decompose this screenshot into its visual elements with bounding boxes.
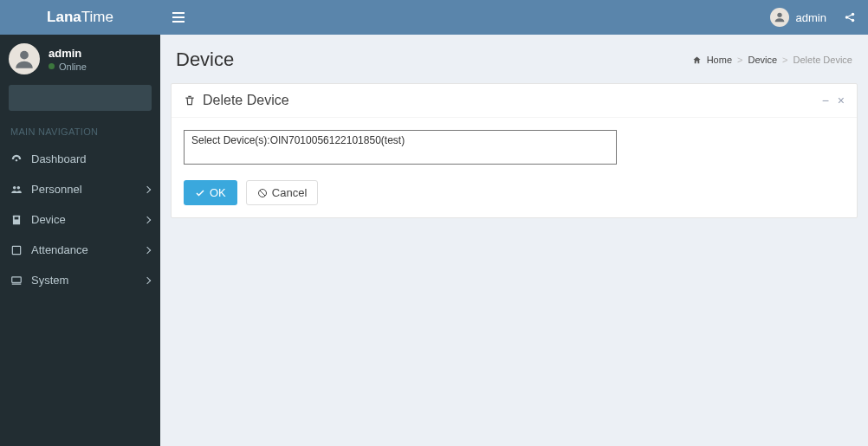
breadcrumb-device[interactable]: Device — [748, 55, 777, 65]
sidebar-username: admin — [49, 47, 87, 60]
sidebar-item-device[interactable]: Device — [0, 204, 160, 235]
users-icon — [10, 184, 23, 196]
close-icon[interactable]: × — [838, 94, 845, 107]
topbar: LanaTime admin — [0, 0, 868, 35]
svg-rect-8 — [13, 215, 20, 224]
breadcrumb: Home > Device > Delete Device — [692, 55, 852, 65]
cancel-button[interactable]: Cancel — [246, 180, 318, 205]
svg-rect-10 — [12, 246, 20, 254]
content-area: Device Home > Device > Delete Device Del… — [160, 35, 868, 446]
svg-point-1 — [845, 16, 849, 19]
sidebar-item-label: System — [31, 274, 68, 287]
chevron-left-icon — [144, 276, 151, 283]
page-title: Device — [176, 48, 234, 71]
svg-rect-11 — [12, 276, 22, 281]
breadcrumb-home[interactable]: Home — [707, 55, 732, 65]
avatar-icon — [770, 8, 789, 27]
brand-part1: Lana — [47, 9, 81, 26]
dashboard-icon — [10, 153, 23, 165]
svg-rect-9 — [15, 217, 19, 219]
svg-point-5 — [16, 159, 17, 161]
settings-share-icon[interactable] — [844, 11, 856, 23]
sidebar: admin Online MAIN NAVIGATION Dashboard — [0, 35, 160, 446]
chevron-left-icon — [144, 246, 151, 253]
brand-logo[interactable]: LanaTime — [0, 0, 160, 35]
breadcrumb-sep: > — [782, 55, 787, 65]
sidebar-item-label: Device — [31, 213, 66, 226]
svg-point-0 — [777, 13, 781, 17]
panel-title: Delete Device — [203, 93, 289, 108]
svg-point-2 — [852, 13, 855, 16]
ok-label: OK — [210, 186, 226, 199]
trash-icon — [184, 94, 196, 107]
status-dot-icon — [49, 63, 55, 69]
breadcrumb-leaf: Delete Device — [794, 55, 852, 65]
avatar-icon — [9, 43, 40, 74]
nav-header: MAIN NAVIGATION — [0, 118, 160, 144]
device-icon — [10, 214, 23, 226]
panel-header: Delete Device − × — [172, 84, 857, 118]
breadcrumb-sep: > — [737, 55, 742, 65]
ban-icon — [257, 188, 268, 198]
chevron-left-icon — [144, 185, 151, 192]
content-header: Device Home > Device > Delete Device — [160, 35, 868, 80]
sidebar-item-personnel[interactable]: Personnel — [0, 174, 160, 204]
topbar-right: admin — [160, 8, 868, 27]
svg-point-3 — [852, 19, 855, 23]
panel-body: Select Device(s):OIN7010056122101850(tes… — [172, 118, 857, 217]
check-icon — [195, 188, 205, 198]
menu-toggle-icon[interactable] — [172, 12, 185, 23]
svg-point-7 — [17, 185, 20, 189]
sidebar-item-dashboard[interactable]: Dashboard — [0, 144, 160, 174]
selected-devices-text: Select Device(s):OIN7010056122101850(tes… — [191, 134, 405, 146]
topbar-username: admin — [796, 11, 826, 24]
home-icon — [692, 55, 702, 65]
svg-point-6 — [13, 185, 16, 189]
chevron-left-icon — [144, 216, 151, 223]
brand-part2: Time — [81, 9, 113, 26]
attendance-icon — [10, 244, 23, 256]
sidebar-item-attendance[interactable]: Attendance — [0, 235, 160, 265]
sidebar-user-panel: admin Online — [0, 35, 160, 85]
topbar-user[interactable]: admin — [770, 8, 856, 27]
delete-device-panel: Delete Device − × Select Device(s):OIN70… — [171, 83, 858, 218]
cancel-label: Cancel — [272, 186, 307, 199]
sidebar-item-label: Attendance — [31, 243, 88, 256]
selected-devices-box[interactable]: Select Device(s):OIN7010056122101850(tes… — [184, 130, 617, 165]
sidebar-item-label: Dashboard — [31, 152, 87, 165]
sidebar-item-system[interactable]: System — [0, 265, 160, 295]
status-text: Online — [59, 61, 87, 72]
sidebar-search-input[interactable] — [9, 85, 152, 111]
svg-point-4 — [20, 51, 29, 60]
sidebar-user-status: Online — [49, 61, 87, 72]
sidebar-item-label: Personnel — [31, 183, 82, 196]
ok-button[interactable]: OK — [184, 180, 237, 205]
collapse-icon[interactable]: − — [822, 94, 829, 107]
system-icon — [10, 275, 23, 287]
